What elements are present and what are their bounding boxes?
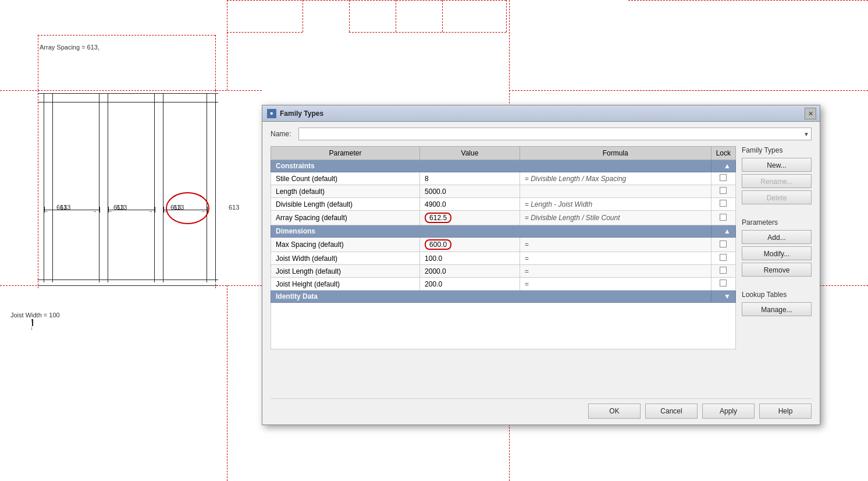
formula-length	[520, 185, 711, 198]
section-identity-label: Identity Data	[271, 291, 712, 303]
value-length[interactable]: 5000.0	[420, 185, 520, 198]
param-stile-count: Stile Count (default)	[271, 172, 420, 185]
section-identity-data: Identity Data ▼	[271, 291, 736, 303]
apply-button[interactable]: Apply	[702, 404, 755, 419]
delete-button[interactable]: Delete	[742, 190, 812, 204]
table-row: Joist Width (default) 100.0 =	[271, 252, 736, 265]
value-joist-width[interactable]: 100.0	[420, 252, 520, 265]
col-formula: Formula	[520, 147, 711, 160]
table-row: Joist Length (default) 2000.0 =	[271, 265, 736, 278]
param-joist-height: Joist Height (default)	[271, 278, 420, 291]
name-input[interactable]	[298, 128, 812, 140]
dim-613-d: 613	[229, 204, 239, 211]
table-row: Stile Count (default) 8 = Divisible Leng…	[271, 172, 736, 185]
lock-joist-length[interactable]	[711, 265, 735, 278]
param-max-spacing: Max Spacing (default)	[271, 238, 420, 252]
family-types-panel-label: Family Types	[742, 146, 812, 154]
section-identity-expand[interactable]: ▼	[711, 291, 735, 303]
dialog-titlebar: ■ Family Types ✕	[262, 105, 820, 122]
bottom-buttons: OK Cancel Apply Help	[271, 398, 812, 419]
table-row-selected[interactable]: Max Spacing (default) 600.0 =	[271, 238, 736, 252]
manage-button[interactable]: Manage...	[742, 302, 812, 316]
formula-joist-width: =	[520, 252, 711, 265]
lock-length[interactable]	[711, 185, 735, 198]
param-length: Length (default)	[271, 185, 420, 198]
array-spacing-annotation: Array Spacing = 613,	[40, 44, 99, 51]
dim-613-c: 613	[170, 204, 181, 211]
family-types-dialog: ■ Family Types ✕ Name: ▼ Parameter Value	[262, 105, 820, 425]
parameters-panel-label: Parameters	[742, 218, 812, 227]
dialog-icon: ■	[267, 109, 276, 118]
value-array-spacing[interactable]: 612.5	[420, 211, 520, 225]
section-dimensions-expand[interactable]: ▲	[711, 225, 735, 238]
value-stile-count[interactable]: 8	[420, 172, 520, 185]
param-divisible-length: Divisible Length (default)	[271, 198, 420, 211]
param-joist-length: Joist Length (default)	[271, 265, 420, 278]
table-row: Array Spacing (default) 612.5 = Divisibl…	[271, 211, 736, 225]
lookup-tables-label: Lookup Tables	[742, 291, 812, 299]
modify-button[interactable]: Modify...	[742, 246, 812, 260]
help-button[interactable]: Help	[759, 404, 812, 419]
add-button[interactable]: Add...	[742, 230, 812, 244]
param-joist-width: Joist Width (default)	[271, 252, 420, 265]
name-label: Name:	[271, 130, 294, 138]
lock-array-spacing[interactable]	[711, 211, 735, 225]
section-constraints-expand[interactable]: ▲	[711, 160, 735, 172]
section-dimensions-label: Dimensions	[271, 225, 712, 238]
value-joist-length[interactable]: 2000.0	[420, 265, 520, 278]
formula-divisible-length: = Length - Joist Width	[520, 198, 711, 211]
lock-divisible-length[interactable]	[711, 198, 735, 211]
value-joist-height[interactable]: 200.0	[420, 278, 520, 291]
value-divisible-length[interactable]: 4900.0	[420, 198, 520, 211]
lock-joist-width[interactable]	[711, 252, 735, 265]
dim-613-b: 613	[113, 204, 124, 211]
formula-stile-count: = Divisible Length / Max Spacing	[520, 172, 711, 185]
formula-joist-height: =	[520, 278, 711, 291]
section-constraints: Constraints ▲	[271, 160, 736, 172]
formula-array-spacing: = Divisible Length / Stile Count	[520, 211, 711, 225]
dim-613-a: 613	[56, 204, 67, 211]
joist-width-annotation: Joist Width = 100	[10, 312, 60, 319]
lock-stile-count[interactable]	[711, 172, 735, 185]
lock-max-spacing[interactable]	[711, 238, 735, 252]
formula-joist-length: =	[520, 265, 711, 278]
formula-max-spacing: =	[520, 238, 711, 252]
section-dimensions: Dimensions ▲	[271, 225, 736, 238]
new-button[interactable]: New...	[742, 158, 812, 172]
col-lock: Lock	[711, 147, 735, 160]
value-max-spacing[interactable]: 600.0	[420, 238, 520, 252]
remove-button[interactable]: Remove	[742, 263, 812, 277]
dialog-title: Family Types	[280, 109, 323, 118]
rename-button[interactable]: Rename...	[742, 174, 812, 188]
lock-joist-height[interactable]	[711, 278, 735, 291]
table-row: Joist Height (default) 200.0 =	[271, 278, 736, 291]
table-row-empty	[271, 303, 736, 349]
param-array-spacing: Array Spacing (default)	[271, 211, 420, 225]
right-panel: Family Types New... Rename... Delete Par…	[742, 146, 812, 392]
table-row: Length (default) 5000.0	[271, 185, 736, 198]
col-value: Value	[420, 147, 520, 160]
col-parameter: Parameter	[271, 147, 420, 160]
cancel-button[interactable]: Cancel	[645, 404, 698, 419]
table-row: Divisible Length (default) 4900.0 = Leng…	[271, 198, 736, 211]
ok-button[interactable]: OK	[588, 404, 641, 419]
section-constraints-label: Constraints	[271, 160, 712, 172]
parameters-table: Parameter Value Formula Lock Constraints	[271, 146, 736, 349]
close-button[interactable]: ✕	[805, 108, 816, 119]
